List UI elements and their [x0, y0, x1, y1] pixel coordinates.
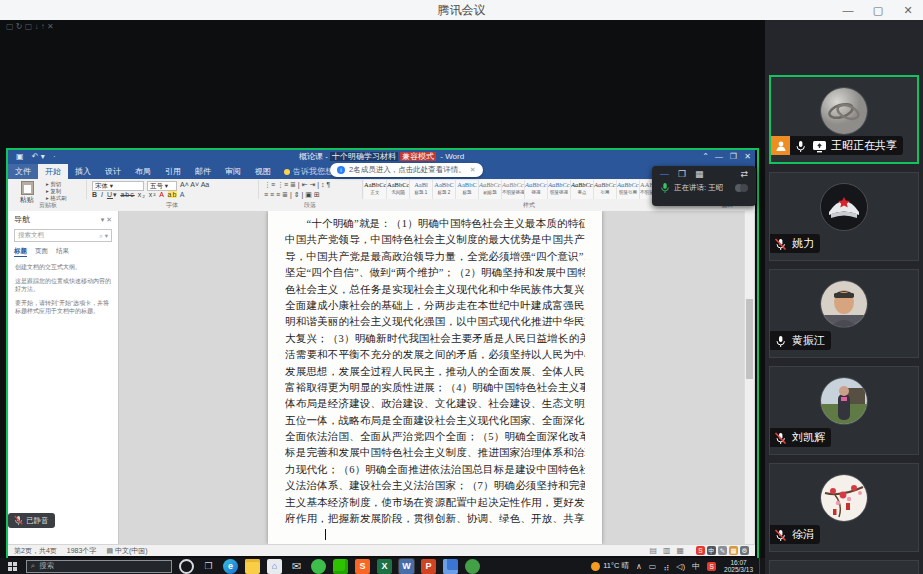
float-minimize-icon[interactable]: —: [660, 169, 669, 179]
style-item[interactable]: AaBbCcD引用: [594, 180, 617, 199]
vertical-scrollbar[interactable]: [744, 211, 754, 544]
app-icon-sogou[interactable]: S: [355, 559, 370, 574]
language-indicator[interactable]: ▤ 中文(中国): [106, 546, 147, 556]
style-item[interactable]: AaBbCcD正文: [364, 180, 387, 199]
maximize-button[interactable]: ▢: [863, 0, 893, 20]
float-grid-icon[interactable]: ▦: [695, 169, 704, 179]
clipboard-item[interactable]: ▸ 复制: [46, 188, 67, 195]
search-icon[interactable]: ⌕ ▾: [99, 232, 108, 240]
style-item[interactable]: AaBbCcD明显强调: [548, 180, 571, 199]
app-icon-project[interactable]: [465, 559, 480, 574]
start-button[interactable]: [0, 558, 24, 574]
notification-close-icon[interactable]: ✕: [470, 166, 476, 174]
nav-close-icon[interactable]: ▾ ✕: [101, 216, 112, 224]
ime-indicator[interactable]: 中: [692, 561, 700, 572]
grow-font-icon[interactable]: A˄ A˅ Aa: [180, 181, 209, 191]
paragraph-align-icons[interactable]: ≡ ≡ ≡ ≣ | ⇕ | ▣ ⊞: [264, 191, 320, 199]
word-count[interactable]: 1983个字: [67, 546, 97, 556]
word-menu-tab[interactable]: 视图: [248, 164, 278, 179]
word-menu-tab[interactable]: 文件: [8, 164, 38, 179]
word-menu-tab[interactable]: 引用: [158, 164, 188, 179]
app-icon-cortana[interactable]: [179, 559, 194, 574]
font-name-select[interactable]: 宋体 ▾: [92, 181, 144, 191]
network-icon[interactable]: ⣴: [663, 562, 669, 571]
view-mode-icons[interactable]: ▤ ▥ ▦: [645, 546, 684, 555]
word-menu-tab[interactable]: 布局: [128, 164, 158, 179]
font-format-icons[interactable]: B I U▾ abc x₂ x² A ab A: [92, 191, 186, 199]
style-item[interactable]: AaBbC标题: [456, 180, 479, 199]
nav-tab[interactable]: 结果: [56, 247, 69, 257]
clipboard-item[interactable]: ▸ 剪切: [46, 181, 67, 188]
close-button[interactable]: ✕: [893, 0, 923, 20]
participant-tile[interactable]: 姚力: [769, 172, 919, 261]
participant-tile-partial[interactable]: [769, 560, 919, 574]
word-menu-tab[interactable]: 设计: [98, 164, 128, 179]
read-view-icon[interactable]: ▤: [649, 546, 657, 555]
word-menu-tab[interactable]: 插入: [68, 164, 98, 179]
weather-text[interactable]: 11°C 晴: [603, 561, 629, 571]
app-icon-excel[interactable]: X: [377, 559, 392, 574]
document-page[interactable]: “十个明确”就是：（1）明确中国特色社会主义最本质的特征是中国共产党领导，中国特…: [268, 211, 602, 544]
volume-icon[interactable]: ◁): [676, 562, 685, 571]
participant-tile[interactable]: 徐涓: [769, 463, 919, 552]
ime-settings-icon[interactable]: ⚙: [740, 546, 749, 555]
style-preview: AaBbCcD: [479, 180, 501, 190]
word-menu-tab[interactable]: 邮件: [188, 164, 218, 179]
participant-tile[interactable]: 黄振江: [769, 269, 919, 358]
style-item[interactable]: AaBl标题 1: [410, 180, 433, 199]
nav-search-input[interactable]: 搜索文档 ⌕ ▾: [14, 229, 112, 242]
shared-screen-view[interactable]: ▢ ↻ ▢ ↓ ↑ ✕ ▣ ↶ ▾ · 概论课 - 十个明确学习材料兼容模式 -…: [0, 20, 765, 574]
participant-tile[interactable]: 刘凯辉: [769, 366, 919, 455]
sogou-ime-bar[interactable]: S 中 ✎ ▦ ⚙: [694, 546, 749, 555]
taskbar-clock[interactable]: 16:07 2025/3/13: [724, 559, 753, 573]
font-size-select[interactable]: 五号 ▾: [147, 181, 177, 191]
float-expand-icon[interactable]: ⇄: [740, 169, 748, 179]
app-icon-explorer[interactable]: [245, 559, 260, 574]
page-indicator[interactable]: 第2页，共4页: [14, 546, 57, 556]
ime-pen-icon[interactable]: ✎: [718, 546, 727, 555]
app-icon-photos[interactable]: [443, 559, 458, 574]
nav-tab[interactable]: 页面: [35, 247, 48, 257]
word-menu-tab[interactable]: 审阅: [218, 164, 248, 179]
app-icon-task-view[interactable]: ❐: [201, 559, 216, 574]
scrollbar-thumb[interactable]: [746, 299, 753, 379]
notification-pill[interactable]: i 2名成员进入，点击此处查看详情。 ✕: [330, 163, 483, 177]
app-icon-word[interactable]: W: [399, 559, 414, 574]
word-close-icon[interactable]: ✕: [744, 150, 751, 164]
style-item[interactable]: AaBbCcD明显引用: [617, 180, 640, 199]
web-view-icon[interactable]: ▦: [676, 546, 684, 555]
document-area[interactable]: “十个明确”就是：（1）明确中国特色社会主义最本质的特征是中国共产党领导，中国特…: [118, 211, 755, 544]
keyboard-icon[interactable]: ▭: [649, 562, 657, 571]
weather-icon[interactable]: [591, 562, 600, 571]
style-item[interactable]: AaBbC标题 2: [433, 180, 456, 199]
hidden-icons-chevron[interactable]: ∧: [636, 562, 642, 571]
app-icon-powerpoint[interactable]: P: [421, 559, 436, 574]
word-minimize-icon[interactable]: —: [715, 150, 723, 164]
app-icon-store[interactable]: ⌂: [267, 559, 282, 574]
app-icon-qq[interactable]: [311, 559, 326, 574]
app-icon-wechat[interactable]: [333, 559, 348, 574]
style-item[interactable]: AaBbCcD不明显强调: [502, 180, 525, 199]
style-item[interactable]: AaBbCcD要点: [571, 180, 594, 199]
word-restore-icon[interactable]: ❐: [730, 150, 737, 164]
meeting-float-panel[interactable]: — ❐ ▦ ⇄ 正在讲话: 王昭: [652, 166, 756, 206]
sogou-icon[interactable]: S: [696, 546, 705, 555]
nav-tab[interactable]: 标题: [14, 247, 27, 257]
ime-cn-icon[interactable]: 中: [707, 546, 716, 555]
app-icon-mail[interactable]: ✉: [289, 559, 304, 574]
ribbon-options-icon[interactable]: ⌃: [702, 150, 709, 164]
taskbar-search-input[interactable]: ⌕ 搜索: [26, 560, 172, 573]
float-window-icon[interactable]: ❐: [678, 169, 686, 179]
word-menu-tab[interactable]: 开始: [38, 164, 68, 179]
ime-skin-icon[interactable]: ▦: [729, 546, 738, 555]
style-item[interactable]: AaBbCcD强调: [525, 180, 548, 199]
app-icon-edge[interactable]: e: [223, 559, 238, 574]
print-view-icon[interactable]: ▥: [663, 546, 671, 555]
sogou-tray-icon[interactable]: S: [707, 562, 716, 571]
style-item[interactable]: AaBbCcD副标题: [479, 180, 502, 199]
group-label-paragraph: 段落: [260, 200, 360, 210]
minimize-button[interactable]: —: [833, 0, 863, 20]
paragraph-list-icons[interactable]: ⋮≡ ⋮≡ ≣ | ⇤ ⇥ | ↕ ¶: [264, 181, 330, 189]
participant-tile[interactable]: 王昭正在共享: [769, 75, 919, 164]
style-item[interactable]: AaBbCcD无间隔: [387, 180, 410, 199]
